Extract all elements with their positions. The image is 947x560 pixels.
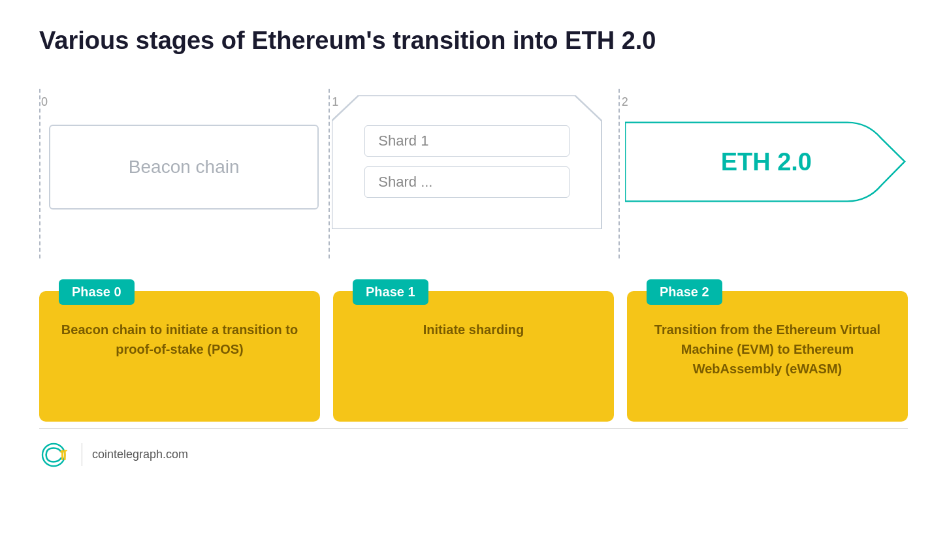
card-body-phase2: Transition from the Ethereum Virtual Mac…	[647, 320, 888, 379]
card-body-phase1: Initiate sharding	[353, 320, 594, 339]
vline-phase0	[39, 89, 40, 258]
shard-area-wrapper: Shard 1 Shard ...	[332, 95, 602, 229]
shard-1-box: Shard 1	[364, 125, 569, 157]
page-title: Various stages of Ethereum's transition …	[39, 26, 908, 56]
shard-more-box: Shard ...	[364, 166, 569, 198]
card-body-phase0: Beacon chain to initiate a transition to…	[59, 320, 300, 359]
cards-row: Phase 0 Beacon chain to initiate a trans…	[39, 291, 908, 422]
diagram-section: 0 1 2 Beacon chain Shard 1 Shard ... ET	[39, 89, 908, 258]
eth2-arrow: ETH 2.0	[625, 116, 908, 208]
beacon-chain-label: Beacon chain	[129, 157, 240, 178]
eth2-area: ETH 2.0	[625, 102, 908, 223]
footer-divider	[82, 443, 82, 466]
vline-phase1	[329, 89, 330, 258]
badge-phase1: Phase 1	[353, 279, 428, 305]
beacon-chain-box: Beacon chain	[49, 125, 319, 210]
card-phase2: Phase 2 Transition from the Ethereum Vir…	[627, 291, 908, 422]
footer-url: cointelegraph.com	[92, 448, 188, 461]
vline-phase2	[618, 89, 620, 258]
shard-more-label: Shard ...	[378, 174, 432, 190]
card-phase0: Phase 0 Beacon chain to initiate a trans…	[39, 291, 320, 422]
shard-boxes: Shard 1 Shard ...	[332, 95, 602, 198]
card-phase1: Phase 1 Initiate sharding	[333, 291, 614, 422]
footer-logo-icon	[39, 442, 72, 468]
eth2-label: ETH 2.0	[721, 148, 812, 176]
badge-phase2: Phase 2	[647, 279, 722, 305]
badge-phase0: Phase 0	[59, 279, 135, 305]
footer: cointelegraph.com	[39, 428, 908, 468]
phase-num-0: 0	[41, 95, 48, 109]
shard-1-label: Shard 1	[378, 132, 428, 149]
